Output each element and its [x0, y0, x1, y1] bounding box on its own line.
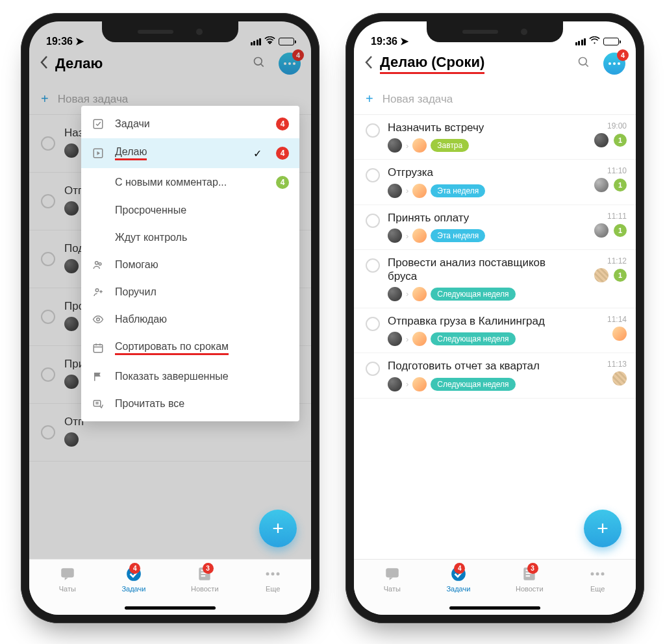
- avatar: [412, 184, 427, 198]
- status-time: 19:36: [46, 36, 73, 47]
- dropdown-label: Ждут контроль: [115, 232, 289, 243]
- dropdown-item[interactable]: Ждут контроль: [81, 224, 299, 251]
- flag-icon: [92, 371, 105, 382]
- dropdown-label: С новыми комментар...: [115, 177, 266, 188]
- fab-add[interactable]: +: [259, 510, 297, 547]
- task-checkbox[interactable]: [366, 168, 380, 182]
- tab-tasks[interactable]: Задачи 4: [121, 565, 145, 601]
- task-checkbox[interactable]: [366, 317, 380, 331]
- page-title: Делаю (Сроки): [380, 54, 484, 74]
- tab-tasks[interactable]: Задачи 4: [446, 565, 470, 601]
- svg-point-21: [579, 58, 587, 66]
- new-task-row[interactable]: + Новая задача: [354, 84, 636, 115]
- chevron-right-icon: ›: [406, 334, 408, 344]
- notch: [102, 21, 238, 42]
- dropdown-item[interactable]: Задачи4: [81, 110, 299, 138]
- search-button[interactable]: [577, 56, 590, 71]
- count-badge: 1: [614, 134, 627, 147]
- svg-point-7: [95, 289, 99, 292]
- tab-label: Чаты: [59, 585, 76, 593]
- avatar: [388, 184, 402, 198]
- dropdown-label: Делаю: [115, 146, 243, 160]
- avatar: [388, 332, 402, 346]
- task-name: Отправка груза в Калининград: [388, 315, 573, 328]
- task-name: Провести анализ поставщиков бруса: [388, 256, 573, 283]
- due-pill: Эта неделя: [431, 184, 485, 197]
- task-row[interactable]: Назначить встречу › Завтра 19:00 1: [354, 115, 636, 160]
- signal-icon: [575, 38, 586, 45]
- dropdown-item[interactable]: С новыми комментар...4: [81, 168, 299, 197]
- avatar: [412, 229, 427, 243]
- new-task-label: Новая задача: [58, 93, 129, 106]
- menu-button[interactable]: 4: [279, 53, 301, 75]
- task-checkbox[interactable]: [41, 310, 55, 324]
- svg-point-18: [271, 573, 275, 576]
- back-button[interactable]: [364, 55, 373, 72]
- check-icon: ✓: [253, 147, 262, 160]
- task-checkbox[interactable]: [366, 123, 380, 138]
- tab-label: Новости: [191, 585, 219, 593]
- svg-point-8: [97, 318, 100, 321]
- avatar: [612, 327, 627, 341]
- tab-news[interactable]: Новости 3: [516, 565, 544, 601]
- task-list: Назначить встречу › Завтра 19:00 1 Отгру…: [354, 115, 636, 399]
- screen-right: 19:36 ➤ Делаю (Сроки) 4 + Новая задача Н: [354, 21, 636, 615]
- tab-more[interactable]: Еще: [264, 565, 282, 601]
- dropdown-item[interactable]: Сортировать по срокам: [81, 333, 299, 363]
- task-checkbox[interactable]: [366, 362, 380, 376]
- task-row[interactable]: Принять оплату › Эта неделя 11:11 1: [354, 205, 636, 250]
- task-checkbox[interactable]: [41, 252, 55, 266]
- dropdown-label: Показать завершенные: [115, 371, 289, 382]
- task-checkbox[interactable]: [41, 425, 55, 440]
- avatar: [64, 259, 79, 273]
- task-checkbox[interactable]: [366, 258, 380, 273]
- tab-label: Новости: [516, 585, 544, 593]
- read-all-icon: [92, 398, 105, 410]
- task-time: 11:11: [607, 212, 627, 221]
- tab-label: Еще: [590, 585, 605, 593]
- dropdown-item[interactable]: Делаю✓4: [81, 138, 299, 168]
- location-icon: ➤: [400, 36, 408, 47]
- search-button[interactable]: [253, 56, 266, 71]
- tab-chats[interactable]: Чаты: [58, 565, 77, 601]
- dropdown-item[interactable]: Прочитать все: [81, 390, 299, 417]
- back-button[interactable]: [40, 55, 49, 72]
- dropdown-item[interactable]: Наблюдаю: [81, 306, 299, 333]
- task-row[interactable]: Отгрузка › Эта неделя 11:10 1: [354, 160, 636, 204]
- task-row[interactable]: Подготовить отчет за квартал › Следующая…: [354, 353, 636, 398]
- fab-add[interactable]: +: [584, 510, 621, 547]
- plus-icon: +: [597, 519, 609, 538]
- dropdown-item[interactable]: Помогаю: [81, 251, 299, 279]
- avatar: [388, 287, 402, 301]
- svg-point-0: [269, 42, 270, 43]
- chevron-right-icon: ›: [406, 379, 408, 389]
- svg-point-1: [255, 58, 262, 66]
- svg-rect-23: [386, 568, 399, 577]
- due-pill: Эта неделя: [431, 229, 485, 242]
- tab-news[interactable]: Новости 3: [191, 565, 219, 601]
- tab-chats[interactable]: Чаты: [383, 565, 401, 601]
- avatar: [64, 375, 79, 389]
- dropdown-item[interactable]: Просроченные: [81, 197, 299, 224]
- due-pill: Следующая неделя: [431, 378, 515, 391]
- dropdown-item[interactable]: Показать завершенные: [81, 363, 299, 390]
- task-checkbox[interactable]: [41, 194, 55, 208]
- task-checkbox[interactable]: [366, 214, 380, 228]
- svg-point-31: [601, 573, 605, 576]
- dropdown-item[interactable]: Поручил: [81, 279, 299, 306]
- calendar-icon: [92, 342, 105, 354]
- tab-more[interactable]: Еще: [588, 565, 607, 601]
- task-row[interactable]: Отправка груза в Калининград › Следующая…: [354, 308, 636, 353]
- new-task-label: Новая задача: [383, 93, 453, 106]
- task-checkbox[interactable]: [41, 367, 55, 382]
- task-checkbox[interactable]: [41, 136, 55, 151]
- tab-label: Задачи: [446, 585, 470, 593]
- task-name: Подготовить отчет за квартал: [388, 360, 573, 373]
- dropdown-badge: 4: [276, 176, 289, 189]
- eye-icon: [92, 314, 105, 325]
- menu-button[interactable]: 4: [603, 53, 625, 75]
- task-time: 19:00: [607, 121, 627, 130]
- menu-badge: 4: [292, 49, 304, 61]
- avatar: [412, 377, 427, 391]
- task-row[interactable]: Провести анализ поставщиков бруса › След…: [354, 250, 636, 308]
